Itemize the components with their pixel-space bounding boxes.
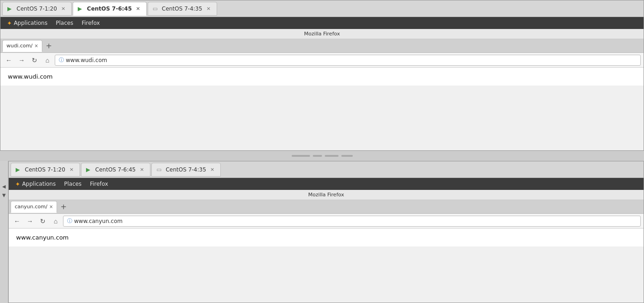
lower-page-text: www.canyun.com <box>16 234 69 241</box>
upper-gnome-menubar: ✦ Applications Places Firefox <box>0 17 644 29</box>
upper-vm-tab-3[interactable]: ▭ CentOS 7-4:35 × <box>148 2 217 16</box>
lower-firefox-label: Firefox <box>90 181 108 187</box>
upper-vm-tab-3-label: CentOS 7-4:35 <box>162 6 202 12</box>
lower-vm-tab-3-close[interactable]: × <box>209 166 216 173</box>
lower-browser-navbar: ← → ↻ ⌂ ⓘ www.canyun.com <box>9 214 644 229</box>
upper-browser-navbar: ← → ↻ ⌂ ⓘ www.wudi.com <box>0 53 644 68</box>
centos-icon-1: ▶ <box>7 6 14 12</box>
upper-vm-tab-2-label: CentOS 7-6:45 <box>87 6 132 12</box>
upper-url-info-icon: ⓘ <box>59 57 64 63</box>
upper-browser-tab-1-label: wudi.com/ <box>6 43 33 49</box>
lower-centos-icon-3: ▭ <box>156 166 163 173</box>
upper-ff-titlebar: Mozilla Firefox <box>0 29 644 39</box>
lower-home-button[interactable]: ⌂ <box>50 216 61 227</box>
upper-gnome-firefox[interactable]: Firefox <box>78 19 104 27</box>
upper-gnome-places[interactable]: Places <box>52 19 77 27</box>
lower-new-tab-button[interactable]: + <box>58 201 69 212</box>
lower-url-info-icon: ⓘ <box>67 217 72 224</box>
upper-reload-button[interactable]: ↻ <box>29 55 40 66</box>
upper-vm-tab-1[interactable]: ▶ CentOS 7-1:20 × <box>2 2 72 16</box>
lower-vm-tab-1-label: CentOS 7-1:20 <box>25 166 65 173</box>
lower-url-text: www.canyun.com <box>74 218 122 224</box>
lower-gnome-firefox[interactable]: Firefox <box>86 180 112 188</box>
lower-forward-button[interactable]: → <box>24 216 35 227</box>
upper-browser-tab-1[interactable]: wudi.com/ × <box>2 40 42 52</box>
upper-vm-window: ▶ CentOS 7-1:20 × ▶ CentOS 7-6:45 × ▭ Ce… <box>0 0 644 151</box>
lower-browser-tab-1-close[interactable]: × <box>49 204 53 209</box>
lower-gnome-menubar: ✦ Applications Places Firefox <box>9 178 644 190</box>
divider-handle-2 <box>313 155 322 157</box>
upper-vm-tab-2-close[interactable]: × <box>135 5 142 12</box>
upper-vm-tab-3-close[interactable]: × <box>205 5 212 12</box>
upper-browser-tab-row: wudi.com/ × + <box>0 39 644 53</box>
lower-vm-tab-2[interactable]: ▶ CentOS 7-6:45 × <box>81 163 150 177</box>
lower-vm-tab-1[interactable]: ▶ CentOS 7-1:20 × <box>11 163 80 177</box>
centos-icon-2: ▶ <box>78 6 84 12</box>
divider-handle-3 <box>325 155 339 157</box>
upper-vm-tab-2[interactable]: ▶ CentOS 7-6:45 × <box>73 2 147 16</box>
lower-vm-tab-2-label: CentOS 7-6:45 <box>95 166 136 173</box>
upper-new-tab-button[interactable]: + <box>43 40 54 51</box>
lower-ff-titlebar: Mozilla Firefox <box>9 190 644 200</box>
edge-arrow-up[interactable]: ◀ <box>2 184 6 189</box>
lower-browser-tab-1[interactable]: canyun.com/ × <box>11 201 57 213</box>
upper-places-label: Places <box>56 20 73 26</box>
upper-back-button[interactable]: ← <box>3 55 14 66</box>
edge-arrow-down[interactable]: ▼ <box>2 193 6 198</box>
upper-firefox-label: Firefox <box>81 20 100 26</box>
lower-vm-tab-1-close[interactable]: × <box>68 166 75 173</box>
upper-ff-title-text: Mozilla Firefox <box>304 31 340 37</box>
lower-url-bar[interactable]: ⓘ www.canyun.com <box>63 216 641 227</box>
upper-home-button[interactable]: ⌂ <box>42 55 53 66</box>
lower-centos-icon-1: ▶ <box>16 166 22 173</box>
lower-vm-tab-bar: ▶ CentOS 7-1:20 × ▶ CentOS 7-6:45 × ▭ Ce… <box>9 161 644 178</box>
divider-handle-1 <box>292 155 310 157</box>
upper-forward-button[interactable]: → <box>16 55 27 66</box>
upper-page-content: www.wudi.com <box>0 68 644 86</box>
lower-centos-icon-2: ▶ <box>86 166 92 173</box>
gnome-apps-icon: ✦ <box>7 20 12 27</box>
upper-vm-tab-1-label: CentOS 7-1:20 <box>17 6 57 12</box>
lower-vm-window: ▶ CentOS 7-1:20 × ▶ CentOS 7-6:45 × ▭ Ce… <box>8 161 644 303</box>
lower-gnome-applications[interactable]: ✦ Applications <box>12 180 59 189</box>
upper-url-bar[interactable]: ⓘ www.wudi.com <box>55 55 641 66</box>
lower-vm-tab-3[interactable]: ▭ CentOS 7-4:35 × <box>151 163 221 177</box>
upper-vm-tab-1-close[interactable]: × <box>60 5 67 12</box>
lower-page-content: www.canyun.com <box>9 229 644 246</box>
lower-ff-title-text: Mozilla Firefox <box>308 192 344 198</box>
lower-back-button[interactable]: ← <box>12 216 23 227</box>
divider-handle-4 <box>341 155 353 157</box>
upper-page-text: www.wudi.com <box>8 73 52 80</box>
lower-gnome-places[interactable]: Places <box>60 180 85 188</box>
window-divider <box>0 151 644 161</box>
upper-gnome-applications[interactable]: ✦ Applications <box>3 19 51 28</box>
lower-gnome-apps-icon: ✦ <box>15 181 20 188</box>
centos-icon-3: ▭ <box>153 6 159 12</box>
lower-places-label: Places <box>64 181 81 187</box>
left-edge-panel: ◀ ▼ <box>0 161 8 303</box>
upper-browser-tab-1-close[interactable]: × <box>34 43 38 48</box>
upper-vm-tab-bar: ▶ CentOS 7-1:20 × ▶ CentOS 7-6:45 × ▭ Ce… <box>0 0 644 17</box>
lower-reload-button[interactable]: ↻ <box>37 216 48 227</box>
upper-applications-label: Applications <box>14 20 47 26</box>
lower-browser-tab-row: canyun.com/ × + <box>9 200 644 214</box>
lower-vm-tab-2-close[interactable]: × <box>138 166 145 173</box>
lower-vm-tab-3-label: CentOS 7-4:35 <box>166 166 206 173</box>
lower-applications-label: Applications <box>22 181 56 187</box>
lower-browser-tab-1-label: canyun.com/ <box>15 204 47 210</box>
upper-url-text: www.wudi.com <box>66 57 107 63</box>
